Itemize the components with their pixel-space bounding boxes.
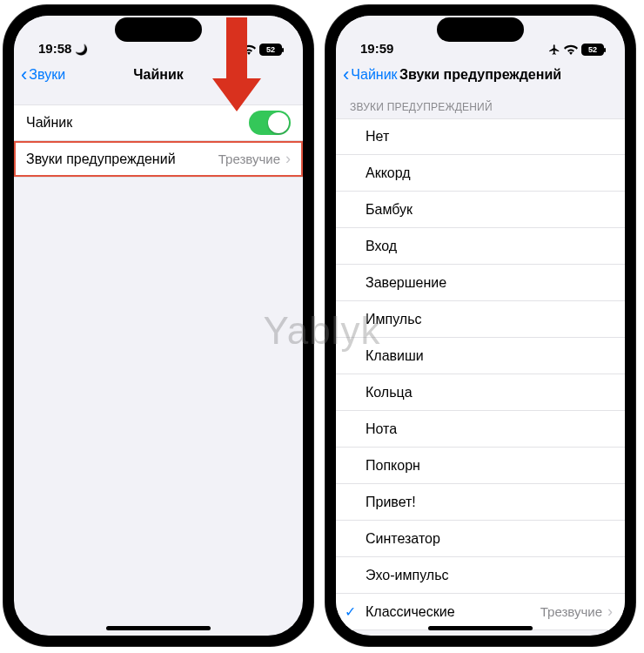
back-button[interactable]: ‹ Чайник: [343, 65, 398, 84]
nav-bar: ‹ Чайник Звуки предупреждений: [336, 57, 625, 92]
chevron-left-icon: ‹: [343, 65, 349, 84]
tone-row[interactable]: Попкорн: [336, 448, 625, 484]
tone-row[interactable]: Нота: [336, 411, 625, 448]
chevron-right-icon: ›: [607, 603, 613, 621]
phone-left: 19:58 52 ‹ Звуки Чайн: [3, 5, 313, 646]
dynamic-island: [115, 17, 202, 42]
wifi-icon: [242, 44, 256, 55]
tone-row-classic[interactable]: ✓ Классические Трезвучие ›: [336, 594, 625, 630]
tone-label: Привет!: [366, 495, 613, 510]
airplane-mode-icon: [226, 44, 238, 56]
tone-label: Нота: [366, 421, 613, 437]
phone-right: 19:59 52 ‹ Чайник Звуки предупре: [325, 5, 635, 646]
tone-label: Эхо-импульс: [366, 568, 613, 583]
tone-row[interactable]: Эхо-импульс: [336, 557, 625, 594]
toggle-label: Чайник: [26, 115, 249, 131]
tone-label: Клавиши: [366, 348, 613, 364]
home-indicator[interactable]: [106, 626, 211, 630]
tone-label: Импульс: [366, 312, 613, 327]
tone-value: Трезвучие: [540, 604, 602, 619]
tone-label: Синтезатор: [366, 531, 613, 547]
tone-row[interactable]: Синтезатор: [336, 521, 625, 557]
tone-label: Бамбук: [366, 202, 613, 218]
tone-row[interactable]: Нет: [336, 118, 625, 155]
chevron-right-icon: ›: [285, 150, 291, 168]
battery-icon: 52: [259, 44, 282, 56]
airplane-mode-icon: [548, 44, 560, 56]
tone-label: Завершение: [366, 275, 613, 291]
tone-row[interactable]: Аккорд: [336, 155, 625, 192]
back-label: Чайник: [351, 67, 397, 83]
wifi-icon: [564, 44, 578, 55]
checkmark-icon: ✓: [345, 603, 366, 620]
alert-sounds-row[interactable]: Звуки предупреждений Трезвучие ›: [14, 141, 303, 178]
chevron-left-icon: ‹: [21, 65, 27, 84]
toggle-switch[interactable]: [249, 111, 291, 135]
tone-row[interactable]: Импульс: [336, 301, 625, 338]
tone-row[interactable]: Бамбук: [336, 192, 625, 228]
alert-sounds-label: Звуки предупреждений: [26, 151, 218, 167]
back-button[interactable]: ‹ Звуки: [21, 65, 65, 84]
dynamic-island: [437, 17, 524, 42]
tone-label: Кольца: [366, 385, 613, 401]
alert-sounds-value: Трезвучие: [218, 151, 280, 166]
tone-row[interactable]: Завершение: [336, 265, 625, 301]
status-time: 19:58: [38, 41, 71, 56]
tone-row[interactable]: Привет!: [336, 484, 625, 521]
nav-bar: ‹ Звуки Чайник: [14, 57, 303, 92]
toggle-row-chaynik[interactable]: Чайник: [14, 104, 303, 141]
battery-icon: 52: [581, 44, 604, 56]
back-label: Звуки: [29, 67, 65, 83]
do-not-disturb-icon: [75, 41, 88, 56]
tone-row[interactable]: Вход: [336, 228, 625, 265]
tone-label: Классические: [366, 604, 540, 620]
tone-row[interactable]: Клавиши: [336, 338, 625, 374]
tone-label: Аккорд: [366, 165, 613, 181]
home-indicator[interactable]: [428, 626, 533, 630]
status-time: 19:59: [360, 41, 393, 56]
tone-row[interactable]: Кольца: [336, 374, 625, 411]
tone-label: Вход: [366, 239, 613, 254]
tone-label: Нет: [366, 129, 613, 145]
section-header-alert-sounds: ЗВУКИ ПРЕДУПРЕЖДЕНИЙ: [336, 101, 625, 118]
tone-label: Попкорн: [366, 458, 613, 474]
